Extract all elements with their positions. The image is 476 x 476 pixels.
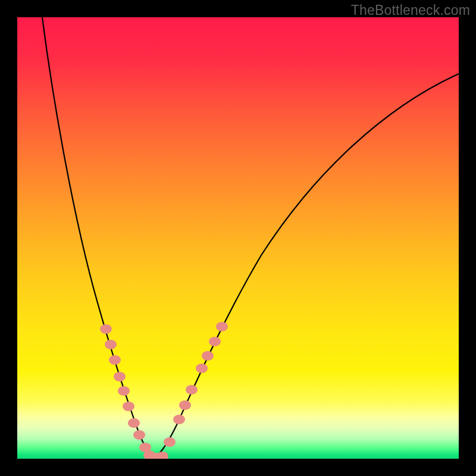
- bead-marker: [123, 402, 134, 411]
- left-curve: [42, 17, 154, 458]
- bead-marker: [164, 437, 176, 447]
- bead-marker: [109, 355, 121, 365]
- curve-layer: [17, 17, 459, 459]
- bead-marker: [133, 430, 145, 440]
- bead-marker: [128, 418, 140, 428]
- right-curve: [154, 74, 459, 458]
- bead-marker: [179, 400, 191, 410]
- bead-marker: [156, 452, 168, 459]
- bead-marker: [118, 386, 130, 396]
- bead-marker: [196, 364, 208, 373]
- bead-marker: [100, 324, 112, 334]
- bead-marker: [216, 322, 228, 331]
- bead-group: [100, 322, 228, 459]
- bead-marker: [114, 372, 126, 381]
- bead-marker: [209, 337, 221, 346]
- bead-marker: [202, 351, 214, 361]
- bead-marker: [173, 415, 185, 424]
- bead-marker: [105, 340, 117, 349]
- plot-area: [17, 17, 459, 459]
- bead-marker: [186, 385, 198, 394]
- watermark-text: TheBottleneck.com: [351, 2, 470, 18]
